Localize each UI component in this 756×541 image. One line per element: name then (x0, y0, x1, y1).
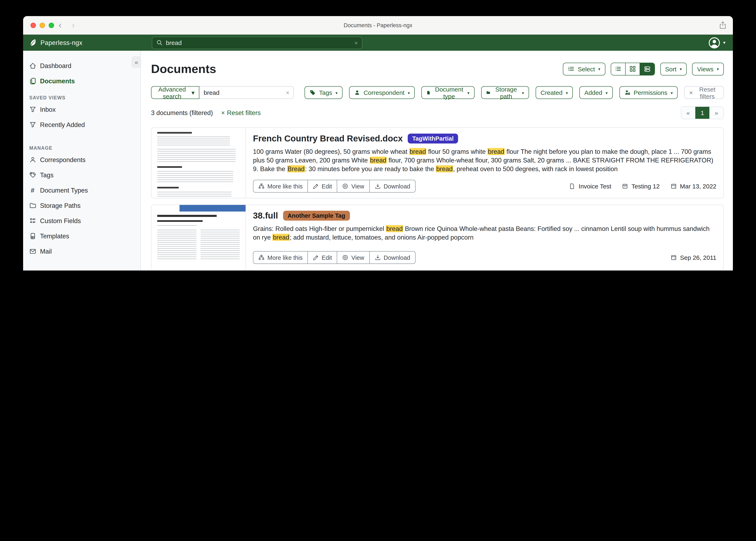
tags-icon (29, 172, 36, 179)
share-icon[interactable] (719, 21, 726, 29)
browser-forward-icon[interactable]: › (72, 16, 75, 34)
user-avatar-icon (709, 37, 720, 48)
grid-view-button[interactable] (625, 63, 640, 75)
storage-path-filter-button[interactable]: Storage path ▾ (481, 86, 529, 99)
chevron-down-icon: ▾ (566, 91, 568, 95)
correspondent-filter-label: Correspondent (364, 89, 404, 96)
sidebar-item-label: Storage Paths (40, 202, 80, 209)
document-type-value: Invoice Test (579, 183, 611, 190)
tags-filter-button[interactable]: Tags ▾ (305, 86, 343, 99)
storage-path-filter-label: Storage path (494, 86, 519, 100)
sidebar-item-tags[interactable]: Tags (23, 168, 140, 183)
document-type-filter-button[interactable]: Document type ▾ (421, 86, 474, 99)
download-label: Download (384, 254, 410, 261)
document-count: 3 documents (filtered) (151, 109, 213, 117)
sidebar-item-label: Templates (40, 233, 69, 240)
global-search-input[interactable] (166, 39, 354, 46)
sidebar-item-inbox[interactable]: Inbox (23, 102, 140, 117)
pencil-icon (313, 183, 319, 189)
user-menu[interactable]: ▾ (709, 37, 725, 48)
pagination-current-page[interactable]: 1 (695, 107, 709, 119)
select-button[interactable]: Select ▾ (563, 63, 605, 75)
detail-view-icon (644, 65, 651, 72)
folder-icon (29, 202, 36, 209)
more-like-this-button[interactable]: More like this (253, 251, 308, 264)
funnel-icon (29, 106, 36, 113)
browser-back-icon[interactable]: ‹ (59, 16, 62, 34)
pagination-prev-button[interactable]: « (681, 107, 695, 119)
storage-box-meta[interactable]: Testing 12 (622, 183, 660, 190)
sidebar-item-label: Dashboard (40, 62, 71, 70)
permissions-filter-label: Permissions (634, 89, 667, 96)
list-view-icon (615, 66, 621, 72)
document-thumbnail[interactable] (151, 205, 246, 269)
sidebar-item-storage-paths[interactable]: Storage Paths (23, 198, 140, 213)
filter-toolbar: Advanced search ▾ × Tags (151, 86, 724, 99)
select-label: Select (578, 65, 595, 72)
calendar-icon (671, 255, 677, 261)
document-title[interactable]: French Country Bread Revised.docx (253, 133, 403, 144)
sidebar-item-dashboard[interactable]: Dashboard (23, 58, 140, 73)
sidebar-item-documents[interactable]: Documents (23, 73, 140, 89)
reset-filters-link[interactable]: × Reset filters (221, 109, 261, 117)
document-thumbnail[interactable] (151, 128, 246, 198)
view-button[interactable]: View (337, 251, 370, 264)
file-template-icon (29, 233, 36, 240)
edit-button[interactable]: Edit (308, 251, 337, 264)
minimize-window-button[interactable] (40, 22, 45, 28)
edit-label: Edit (322, 183, 332, 190)
storage-box-value: Testing 12 (631, 183, 660, 190)
sort-button[interactable]: Sort ▾ (660, 63, 687, 75)
sidebar-item-label: Tags (40, 171, 54, 179)
created-filter-button[interactable]: Created ▾ (535, 86, 573, 99)
snippet-text: flour 50 grams white (426, 148, 487, 155)
advanced-search-button[interactable]: Advanced search ▾ (151, 86, 200, 99)
detail-view-button[interactable] (640, 63, 654, 75)
filter-query-input[interactable] (204, 89, 286, 96)
brand[interactable]: Paperless-ngx (29, 38, 82, 47)
download-button[interactable]: Download (369, 180, 416, 193)
document-title[interactable]: 38.full (253, 210, 278, 221)
edit-button[interactable]: Edit (308, 180, 337, 193)
tag-icon (310, 90, 316, 96)
brand-label: Paperless-ngx (40, 39, 82, 46)
global-search[interactable]: × (152, 37, 362, 49)
search-highlight: bread (273, 234, 290, 241)
paperless-leaf-logo (29, 38, 37, 47)
sidebar-item-mail[interactable]: Mail (23, 244, 140, 259)
sidebar-collapse-button[interactable]: « (132, 57, 141, 68)
chevron-down-icon: ▾ (717, 67, 719, 71)
house-icon (29, 62, 36, 69)
document-tag[interactable]: TagWithPartial (408, 134, 458, 144)
document-tag[interactable]: Another Sample Tag (283, 211, 350, 221)
views-button[interactable]: Views ▾ (692, 63, 724, 75)
document-meta: Sep 26, 2011 (671, 254, 716, 261)
permissions-filter-button[interactable]: Permissions ▾ (619, 86, 678, 99)
snippet-text: ; add mustard, lettuce, tomatoes, and on… (290, 234, 474, 241)
download-button[interactable]: Download (369, 251, 416, 264)
document-type-meta[interactable]: Invoice Test (569, 183, 611, 190)
sidebar-section-manage: MANAGE (29, 146, 140, 151)
pagination-next-button[interactable]: » (709, 107, 723, 119)
list-view-button[interactable] (611, 63, 625, 75)
chevron-down-icon: ▾ (408, 91, 410, 95)
added-filter-button[interactable]: Added ▾ (579, 86, 613, 99)
thumbnail-page (151, 205, 246, 269)
clear-search-icon[interactable]: × (354, 39, 358, 46)
sidebar-item-custom-fields[interactable]: Custom Fields (23, 213, 140, 229)
sidebar-item-recently-added[interactable]: Recently Added (23, 117, 140, 132)
sidebar-item-correspondents[interactable]: Correspondents (23, 152, 140, 168)
sidebar-item-templates[interactable]: Templates (23, 229, 140, 244)
documents-icon (29, 78, 36, 85)
content-row: « Dashboard (23, 51, 733, 270)
more-like-this-button[interactable]: More like this (253, 180, 308, 193)
sidebar-item-document-types[interactable]: # Document Types (23, 183, 140, 198)
ui-radios-icon (29, 217, 36, 224)
view-button[interactable]: View (337, 180, 370, 193)
correspondent-filter-button[interactable]: Correspondent ▾ (349, 86, 415, 99)
main-header: Documents Select ▾ (151, 61, 724, 76)
reset-filters-button[interactable]: × Reset filters (684, 86, 724, 99)
zoom-window-button[interactable] (49, 22, 54, 28)
clear-query-icon[interactable]: × (286, 89, 289, 96)
close-window-button[interactable] (31, 22, 36, 28)
